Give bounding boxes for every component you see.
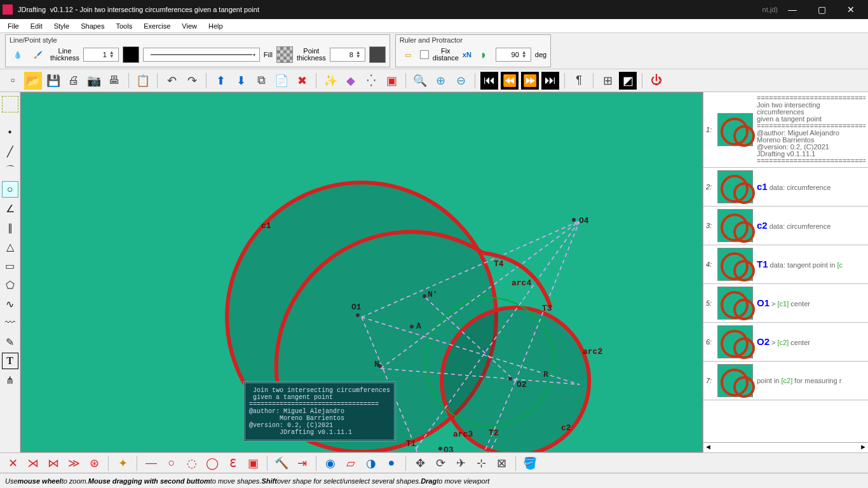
bt-4[interactable]: ≫	[65, 454, 83, 472]
delete-icon[interactable]: ✖	[293, 72, 311, 90]
bt-move[interactable]: ✥	[411, 454, 429, 472]
bt-17[interactable]: ◑	[362, 454, 380, 472]
step-1[interactable]: 1: ================================ Join…	[703, 92, 868, 168]
last-icon[interactable]: ⏭	[541, 72, 559, 90]
print-icon[interactable]: 🖨	[65, 72, 83, 90]
line-color-swatch[interactable]	[123, 46, 139, 63]
deg-input[interactable]: ▲▼	[496, 48, 531, 62]
circle-tool[interactable]: ○	[2, 181, 18, 198]
power-icon[interactable]: ⏻	[648, 72, 665, 90]
printer2-icon[interactable]: 🖶	[105, 72, 123, 90]
contrast-icon[interactable]: ◩	[619, 72, 637, 90]
eyedropper-icon[interactable]: 💧	[10, 46, 26, 63]
step-3[interactable]: 3: c2 data: circumference	[703, 207, 868, 245]
step-2[interactable]: 2: c1 data: circumference	[703, 168, 868, 207]
bt-1[interactable]: ✕	[4, 454, 22, 472]
bt-16[interactable]: ▱	[342, 454, 360, 472]
minimize-button[interactable]: —	[778, 0, 807, 19]
steps-list[interactable]: 1: ================================ Join…	[703, 92, 868, 442]
menu-shapes[interactable]: Shapes	[76, 21, 109, 31]
camera-icon[interactable]: 📷	[85, 72, 103, 90]
spline-tool[interactable]: ∿	[2, 295, 18, 312]
menu-tools[interactable]: Tools	[111, 21, 137, 31]
compass-tool[interactable]: ⋔	[2, 372, 18, 388]
menu-file[interactable]: File	[3, 21, 24, 31]
bt-19[interactable]: ✈	[452, 454, 470, 472]
point-tool[interactable]: •	[2, 124, 18, 140]
step-7[interactable]: 7: point in [c2] for measuring r	[703, 362, 868, 400]
close-button[interactable]: ✕	[836, 0, 865, 19]
wand-icon[interactable]: ✨	[322, 72, 339, 90]
zoom-in-icon[interactable]: ⊕	[431, 72, 449, 90]
curve-tool[interactable]: 〰	[2, 315, 18, 331]
fix-distance-check[interactable]	[420, 50, 429, 59]
diamond-icon[interactable]: ◆	[342, 72, 360, 90]
bt-13[interactable]: 🔨	[273, 454, 290, 472]
zoom-fit-icon[interactable]: 🔍	[411, 72, 429, 90]
panel-scrollbar[interactable]: ◄►	[703, 442, 868, 452]
save-icon[interactable]: 💾	[44, 72, 62, 90]
step-4[interactable]: 4: T1 data: tangent point in [c	[703, 245, 868, 284]
bt-5[interactable]: ⊛	[85, 454, 103, 472]
bt-14[interactable]: ⇥	[293, 454, 311, 472]
flag-icon[interactable]: ▣	[383, 72, 400, 90]
step-5[interactable]: 5: O1 > [c1] center	[703, 284, 868, 323]
bt-6[interactable]: ✦	[114, 454, 132, 472]
grid-icon[interactable]: ⊞	[599, 72, 616, 90]
undo-icon[interactable]: ↶	[163, 72, 180, 90]
arc-tool[interactable]: ⌒	[2, 162, 18, 179]
zoom-out-icon[interactable]: ⊖	[452, 72, 470, 90]
bt-8[interactable]: ○	[163, 454, 180, 472]
line-thickness-input[interactable]: ▲▼	[83, 48, 119, 62]
fill-swatch[interactable]	[276, 46, 293, 63]
pen-tool[interactable]: ✎	[2, 334, 18, 350]
bt-2[interactable]: ⋊	[24, 454, 42, 472]
menu-edit[interactable]: Edit	[25, 21, 48, 31]
first-icon[interactable]: ⏮	[480, 72, 498, 90]
menu-exercise[interactable]: Exercise	[139, 21, 175, 31]
bt-20[interactable]: ⊹	[472, 454, 490, 472]
bt-rotate[interactable]: ⟳	[431, 454, 449, 472]
point-color-swatch[interactable]	[369, 46, 386, 63]
down-icon[interactable]: ⬇	[232, 72, 250, 90]
bt-21[interactable]: ⊠	[492, 454, 510, 472]
select-tool[interactable]	[2, 96, 18, 112]
menu-view[interactable]: View	[177, 21, 202, 31]
parallel-tool[interactable]: ∥	[2, 219, 18, 236]
open-icon[interactable]: 📂	[24, 72, 42, 90]
menu-help[interactable]: Help	[203, 21, 228, 31]
copy-icon[interactable]: ⧉	[252, 72, 270, 90]
line-style-combo[interactable]	[143, 48, 260, 62]
prev-icon[interactable]: ⏪	[501, 72, 519, 90]
paste-icon[interactable]: 📋	[134, 72, 152, 90]
bt-15[interactable]: ◉	[322, 454, 339, 472]
rect-tool[interactable]: ▭	[2, 257, 18, 274]
bt-9[interactable]: ◌	[183, 454, 201, 472]
redo-icon[interactable]: ↷	[183, 72, 201, 90]
dots-icon[interactable]: ⁛	[362, 72, 380, 90]
bt-bucket[interactable]: 🪣	[521, 454, 539, 472]
brush-icon[interactable]: 🖌️	[30, 46, 46, 63]
canvas[interactable]: c1 c2 O1 O2 O3 O4 A N N' R T1 T2 T3 T4 a…	[20, 92, 703, 452]
bt-7[interactable]: —	[142, 454, 160, 472]
bt-11[interactable]: ℇ	[224, 454, 241, 472]
angle-tool[interactable]: ∠	[2, 200, 18, 217]
text-tool[interactable]: T	[2, 353, 18, 369]
menu-style[interactable]: Style	[49, 21, 74, 31]
pilcrow-icon[interactable]: ¶	[570, 72, 588, 90]
xn-label[interactable]: xN	[463, 51, 471, 58]
bt-3[interactable]: ⋈	[44, 454, 62, 472]
maximize-button[interactable]: ▢	[807, 0, 836, 19]
ruler-icon[interactable]: ▭	[400, 46, 416, 63]
bt-10[interactable]: ◯	[203, 454, 221, 472]
up-icon[interactable]: ⬆	[212, 72, 229, 90]
bt-12[interactable]: ▣	[244, 454, 262, 472]
notes-icon[interactable]: 📄	[273, 72, 290, 90]
bt-18[interactable]: ●	[383, 454, 400, 472]
point-thickness-input[interactable]: ▲▼	[330, 48, 365, 62]
line-tool[interactable]: ╱	[2, 143, 18, 159]
triangle-tool[interactable]: △	[2, 238, 18, 255]
step-6[interactable]: 6: O2 > [c2] center	[703, 323, 868, 362]
next-icon[interactable]: ⏩	[521, 72, 539, 90]
new-icon[interactable]: ▫	[4, 72, 22, 90]
